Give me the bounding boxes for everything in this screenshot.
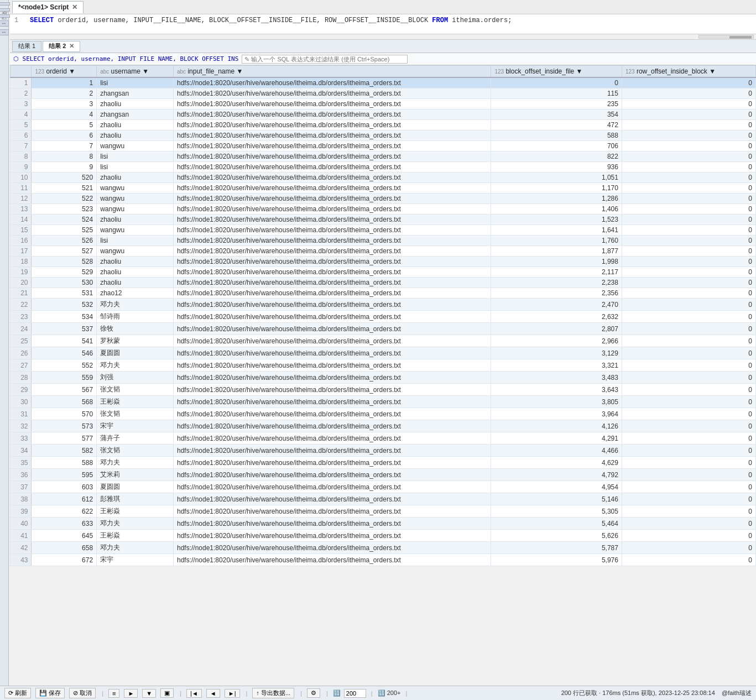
table-row[interactable]: 12 522 wangwu hdfs://node1:8020/user/hiv… [11, 194, 756, 204]
cell-block-offset: 3,964 [491, 408, 622, 420]
cell-username: 夏圆圆 [97, 347, 174, 359]
cell-input-file-name: hdfs://node1:8020/user/hive/warehouse/it… [173, 130, 491, 141]
table-row[interactable]: 33 577 蒲卉子 hdfs://node1:8020/user/hive/w… [11, 432, 756, 445]
cell-block-offset: 706 [491, 141, 622, 152]
cell-row-offset: 0 [622, 372, 755, 384]
cell-orderid: 612 [32, 493, 97, 505]
line-number: 1 [14, 17, 23, 24]
table-row[interactable]: 5 5 zhaoliu hdfs://node1:8020/user/hive/… [11, 120, 756, 130]
tab-close-icon[interactable]: ✕ [72, 3, 77, 11]
table-row[interactable]: 34 582 张文韬 hdfs://node1:8020/user/hive/w… [11, 445, 756, 457]
left-panel-btn-2[interactable]: 区 [0, 8, 10, 12]
table-row[interactable]: 3 3 zhaoliu hdfs://node1:8020/user/hive/… [11, 99, 756, 109]
table-row[interactable]: 25 541 罗秋蒙 hdfs://node1:8020/user/hive/w… [11, 335, 756, 347]
col-header-orderid[interactable]: 123 orderid ▼ [32, 66, 97, 78]
table-row[interactable]: 32 573 宋宇 hdfs://node1:8020/user/hive/wa… [11, 420, 756, 432]
table-row[interactable]: 8 8 lisi hdfs://node1:8020/user/hive/war… [11, 152, 756, 162]
table-row[interactable]: 43 672 宋宇 hdfs://node1:8020/user/hive/wa… [11, 554, 756, 566]
cell-row-offset: 0 [622, 347, 755, 359]
col-header-block-offset[interactable]: 123 block_offset_inside_file ▼ [491, 66, 622, 78]
cell-username: 徐牧 [97, 323, 174, 335]
table-row[interactable]: 17 527 wangwu hdfs://node1:8020/user/hiv… [11, 246, 756, 257]
cell-input-file-name: hdfs://node1:8020/user/hive/warehouse/it… [173, 183, 491, 194]
cell-orderid: 546 [32, 347, 97, 359]
cell-orderid: 521 [32, 183, 97, 194]
table-row[interactable]: 15 525 wangwu hdfs://node1:8020/user/hiv… [11, 225, 756, 236]
table-row[interactable]: 24 537 徐牧 hdfs://node1:8020/user/hive/wa… [11, 323, 756, 335]
table-row[interactable]: 42 658 邓力夫 hdfs://node1:8020/user/hive/w… [11, 542, 756, 554]
table-row[interactable]: 21 531 zhao12 hdfs://node1:8020/user/hiv… [11, 288, 756, 299]
script-tab[interactable]: *<node1> Script ✕ [12, 1, 84, 13]
col-header-row-offset[interactable]: 123 row_offset_inside_block ▼ [622, 66, 755, 78]
table-row[interactable]: 16 526 lisi hdfs://node1:8020/user/hive/… [11, 236, 756, 246]
cell-orderid: 570 [32, 408, 97, 420]
cell-row-offset: 0 [622, 420, 755, 432]
left-panel-btn-1[interactable]: 选 [0, 2, 10, 6]
cell-row-offset: 0 [622, 257, 755, 267]
table-row[interactable]: 23 534 邹诗雨 hdfs://node1:8020/user/hive/w… [11, 311, 756, 323]
table-row[interactable]: 4 4 zhangsan hdfs://node1:8020/user/hive… [11, 109, 756, 120]
row-number: 3 [11, 99, 32, 109]
table-row[interactable]: 29 567 张文韬 hdfs://node1:8020/user/hive/w… [11, 384, 756, 396]
table-row[interactable]: 2 2 zhangsan hdfs://node1:8020/user/hive… [11, 88, 756, 99]
cell-block-offset: 354 [491, 109, 622, 120]
cell-input-file-name: hdfs://node1:8020/user/hive/warehouse/it… [173, 542, 491, 554]
table-row[interactable]: 37 603 夏圆圆 hdfs://node1:8020/user/hive/w… [11, 481, 756, 493]
cell-username: 张文韬 [97, 445, 174, 457]
cell-username: 王彬焱 [97, 396, 174, 408]
table-row[interactable]: 41 645 王彬焱 hdfs://node1:8020/user/hive/w… [11, 530, 756, 542]
table-row[interactable]: 10 520 zhaoliu hdfs://node1:8020/user/hi… [11, 173, 756, 183]
table-row[interactable]: 9 9 lisi hdfs://node1:8020/user/hive/war… [11, 162, 756, 173]
col-header-username[interactable]: abc username ▼ [97, 66, 174, 78]
cell-orderid: 534 [32, 311, 97, 323]
row-number: 24 [11, 323, 32, 335]
table-row[interactable]: 19 529 zhaoliu hdfs://node1:8020/user/hi… [11, 267, 756, 278]
table-row[interactable]: 20 530 zhaoliu hdfs://node1:8020/user/hi… [11, 278, 756, 288]
cell-block-offset: 1,998 [491, 257, 622, 267]
table-row[interactable]: 22 532 邓力夫 hdfs://node1:8020/user/hive/w… [11, 299, 756, 311]
table-row[interactable]: 39 622 王彬焱 hdfs://node1:8020/user/hive/w… [11, 505, 756, 518]
sql-code: SELECT orderid, username, INPUT__FILE__N… [30, 17, 512, 24]
cell-block-offset: 5,787 [491, 542, 622, 554]
filter-input[interactable] [242, 55, 408, 64]
left-panel-btn-4[interactable]: ↕ [0, 20, 9, 27]
cell-orderid: 573 [32, 420, 97, 432]
cell-row-offset: 0 [622, 530, 755, 542]
cell-orderid: 5 [32, 120, 97, 130]
col-header-input-file-name[interactable]: abc input_file_name ▼ [173, 66, 491, 78]
table-row[interactable]: 11 521 wangwu hdfs://node1:8020/user/hiv… [11, 183, 756, 194]
table-row[interactable]: 18 528 zhaoliu hdfs://node1:8020/user/hi… [11, 257, 756, 267]
table-row[interactable]: 6 6 zhaoliu hdfs://node1:8020/user/hive/… [11, 130, 756, 141]
cell-orderid: 526 [32, 236, 97, 246]
cell-input-file-name: hdfs://node1:8020/user/hive/warehouse/it… [173, 278, 491, 288]
table-row[interactable]: 7 7 wangwu hdfs://node1:8020/user/hive/w… [11, 141, 756, 152]
table-row[interactable]: 28 559 刘强 hdfs://node1:8020/user/hive/wa… [11, 372, 756, 384]
result-tab-2-close[interactable]: ✕ [69, 43, 74, 50]
table-row[interactable]: 36 595 艾米莉 hdfs://node1:8020/user/hive/w… [11, 469, 756, 481]
table-row[interactable]: 30 568 王彬焱 hdfs://node1:8020/user/hive/w… [11, 396, 756, 408]
result-tab-1[interactable]: 结果 1 [12, 41, 41, 52]
table-row[interactable]: 14 524 zhaoliu hdfs://node1:8020/user/hi… [11, 215, 756, 225]
cell-block-offset: 2,807 [491, 323, 622, 335]
table-row[interactable]: 31 570 张文韬 hdfs://node1:8020/user/hive/w… [11, 408, 756, 420]
table-row[interactable]: 1 1 lisi hdfs://node1:8020/user/hive/war… [11, 77, 756, 88]
row-number: 34 [11, 445, 32, 457]
cell-username: 王彬焱 [97, 505, 174, 518]
cell-username: wangwu [97, 225, 174, 236]
cell-row-offset: 0 [622, 542, 755, 554]
col-header-rownum [11, 66, 32, 78]
cell-orderid: 537 [32, 323, 97, 335]
table-row[interactable]: 27 552 邓力夫 hdfs://node1:8020/user/hive/w… [11, 359, 756, 372]
table-row[interactable]: 40 633 邓力夫 hdfs://node1:8020/user/hive/w… [11, 518, 756, 530]
table-row[interactable]: 26 546 夏圆圆 hdfs://node1:8020/user/hive/w… [11, 347, 756, 359]
result-tab-2[interactable]: 结果 2 ✕ [43, 41, 80, 52]
filter-bar: ⬡ SELECT orderid, username, INPUT FILE N… [10, 53, 756, 65]
sql-editor[interactable]: 1 SELECT orderid, username, INPUT__FILE_… [10, 14, 756, 34]
cell-block-offset: 4,291 [491, 432, 622, 445]
left-panel-btn-3[interactable]: 域 [0, 14, 10, 18]
left-panel-btn-5[interactable]: ↕ [0, 29, 9, 35]
table-row[interactable]: 38 612 彭雅琪 hdfs://node1:8020/user/hive/w… [11, 493, 756, 505]
table-row[interactable]: 35 588 邓力夫 hdfs://node1:8020/user/hive/w… [11, 457, 756, 469]
cell-username: 王彬焱 [97, 530, 174, 542]
table-row[interactable]: 13 523 wangwu hdfs://node1:8020/user/hiv… [11, 204, 756, 215]
